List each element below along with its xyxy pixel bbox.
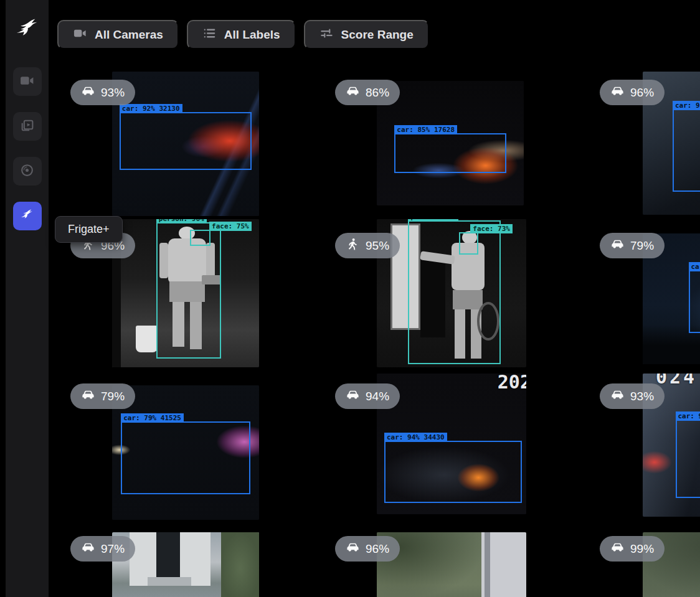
face-bounding-box: face: 75% xyxy=(190,230,210,246)
detection-tile[interactable]: 93% 024 05 0 car: 92% 4216 xyxy=(592,372,700,525)
bbox-label: car: 95% 46260 xyxy=(673,101,700,110)
sliders-icon xyxy=(319,26,334,44)
car-icon xyxy=(81,84,95,101)
bounding-box: car: 95% 46260 xyxy=(673,109,700,192)
camera-snapshot xyxy=(112,532,259,597)
bbox-label: car: 79% 41525 xyxy=(121,413,184,423)
face-label: face: 75% xyxy=(209,222,252,231)
frigate-bird-logo xyxy=(13,15,42,44)
bbox-label: car: 79% xyxy=(689,262,700,271)
car-icon xyxy=(610,540,625,558)
detection-tile[interactable]: 94% 202 car: 94% 34430 xyxy=(327,372,592,525)
detection-thumbnail[interactable]: car: 96% 29493 xyxy=(377,532,526,597)
osd-timestamp: 024 05 0 xyxy=(656,374,700,388)
badge-score: 99% xyxy=(630,542,654,556)
face-bounding-box: face: 73% xyxy=(459,232,478,255)
frigate-plus-bird-icon xyxy=(19,207,35,225)
score-badge: 96% xyxy=(600,80,665,105)
all-cameras-label: All Cameras xyxy=(95,28,163,42)
score-badge: 94% xyxy=(335,383,400,409)
person-icon xyxy=(346,237,360,255)
sidebar-panel xyxy=(6,0,49,597)
detection-tile[interactable]: 96% car: 96% 29493 xyxy=(327,525,592,597)
bbox-label: car: 92% 4216 xyxy=(676,411,700,421)
all-labels-filter-button[interactable]: All Labels xyxy=(187,20,296,49)
detection-tile[interactable]: 79% car: 79% xyxy=(592,216,700,372)
all-cameras-filter-button[interactable]: All Cameras xyxy=(57,20,179,49)
all-labels-label: All Labels xyxy=(224,28,280,42)
badge-score: 86% xyxy=(366,86,389,100)
badge-score: 96% xyxy=(366,542,389,556)
score-range-label: Score Range xyxy=(341,28,414,42)
car-icon xyxy=(346,388,360,405)
detection-thumbnail[interactable]: car: 79% 41525 xyxy=(112,385,259,520)
bbox-label: car: 92% 32130 xyxy=(120,104,182,113)
detection-tile[interactable]: 97% car: 97% 40432 xyxy=(62,525,327,597)
sidebar xyxy=(0,0,49,597)
detections-grid: 93% car: 92% 32130 86% car: 85% 17628 96… xyxy=(62,61,700,597)
camera-snapshot xyxy=(377,532,526,597)
bbox-label: person: 94% xyxy=(408,219,458,222)
bbox-label: car: 85% 17628 xyxy=(394,125,457,134)
sidebar-item-live[interactable] xyxy=(13,67,42,96)
list-icon xyxy=(202,26,217,44)
car-icon xyxy=(81,388,95,405)
score-badge: 96% xyxy=(335,536,400,562)
score-badge: 95% xyxy=(335,233,400,258)
osd-timestamp: 202 xyxy=(498,374,526,393)
car-icon xyxy=(346,84,360,101)
sidebar-item-frigate-plus[interactable] xyxy=(13,202,42,230)
video-camera-icon xyxy=(73,26,87,44)
bounding-box: car: 94% 34430 xyxy=(384,441,522,502)
frigate-plus-tooltip: Frigate+ xyxy=(55,216,123,243)
detection-tile[interactable]: 99% car: 99% 25 xyxy=(592,525,700,597)
score-badge: 79% xyxy=(600,233,665,258)
car-icon xyxy=(610,237,625,255)
sidebar-item-review[interactable] xyxy=(13,112,42,141)
detection-thumbnail[interactable]: car: 97% 40432 xyxy=(112,532,259,597)
face-label: face: 73% xyxy=(470,224,513,233)
score-badge: 86% xyxy=(335,80,400,105)
video-camera-icon xyxy=(19,73,35,91)
detection-tile[interactable]: 96% car: 95% 46260 xyxy=(592,61,700,216)
bounding-box: car: 79% xyxy=(689,270,700,333)
badge-score: 97% xyxy=(101,542,125,556)
badge-score: 95% xyxy=(366,239,389,253)
detection-tile[interactable]: 93% car: 92% 32130 xyxy=(62,61,327,216)
badge-score: 79% xyxy=(101,390,125,403)
bounding-box: car: 85% 17628 xyxy=(394,133,506,173)
bounding-box: car: 79% 41525 xyxy=(121,421,250,494)
badge-score: 79% xyxy=(630,239,654,253)
score-range-filter-button[interactable]: Score Range xyxy=(304,20,429,49)
bounding-box: car: 92% 32130 xyxy=(120,112,252,170)
car-icon xyxy=(81,540,95,558)
sidebar-item-export[interactable] xyxy=(13,157,42,186)
bbox-label: car: 94% 34430 xyxy=(384,433,447,442)
score-badge: 99% xyxy=(600,536,665,562)
score-badge: 93% xyxy=(70,80,135,105)
review-icon xyxy=(19,118,35,136)
car-icon xyxy=(346,540,360,558)
bounding-box: car: 92% 4216 xyxy=(676,420,700,499)
score-badge: 93% xyxy=(600,383,665,409)
badge-score: 94% xyxy=(366,390,389,403)
bounding-box: person: 96% xyxy=(156,222,221,359)
detection-thumbnail[interactable]: car: 85% 17628 xyxy=(377,81,524,205)
car-icon xyxy=(610,388,625,405)
badge-score: 93% xyxy=(630,390,654,403)
badge-score: 96% xyxy=(630,86,654,100)
bounding-box: person: 94% xyxy=(408,220,501,364)
score-badge: 97% xyxy=(70,536,135,562)
car-icon xyxy=(610,84,625,101)
badge-score: 93% xyxy=(101,86,125,100)
export-disc-icon xyxy=(19,162,35,181)
bbox-label: person: 96% xyxy=(156,219,207,223)
detection-tile[interactable]: 79% car: 79% 41525 xyxy=(62,372,327,525)
detection-tile[interactable]: 86% car: 85% 17628 xyxy=(327,61,592,216)
filter-bar: All Cameras All Labels Score Range xyxy=(49,20,429,49)
detection-tile[interactable]: 95% person: 94% face: 73% xyxy=(327,216,592,372)
score-badge: 79% xyxy=(70,383,135,409)
